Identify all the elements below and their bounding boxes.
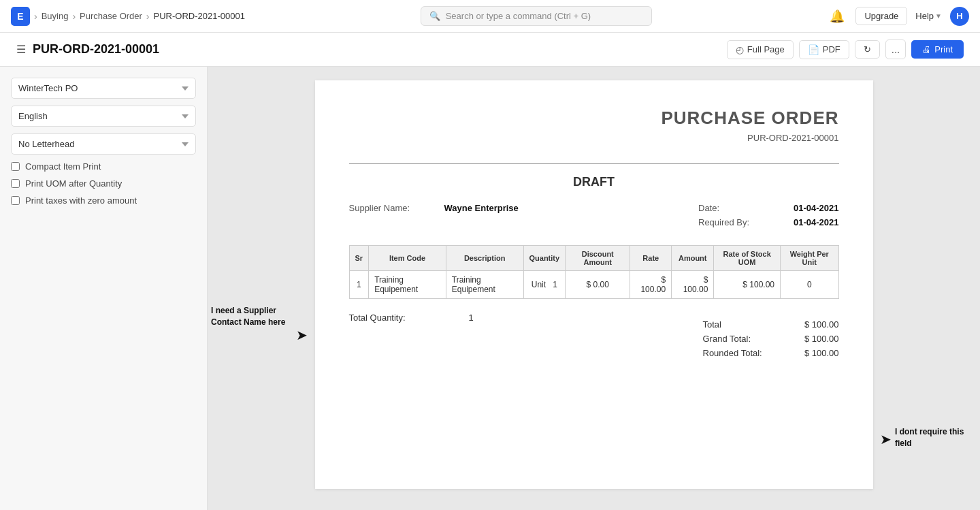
rounded-total-value: $ 100.00 [785,348,839,358]
refresh-button[interactable]: ↻ [855,40,880,59]
document-area: I need a Supplier Contact Name here ➤ I … [208,67,980,510]
full-page-label: Full Page [747,44,785,54]
sidebar: WinterTech PO Option 2 English French Ar… [0,67,208,510]
date-row: Date: 01-04-2021 [698,203,839,213]
table-row: 1 Training Equipement Training Equipemen… [349,271,838,299]
doc-meta-right: Date: 01-04-2021 Required By: 01-04-2021 [698,203,839,232]
print-button[interactable]: 🖨 Print [911,40,964,59]
language-select[interactable]: English French Arabic [11,106,196,127]
page-wrap: ☰ PUR-ORD-2021-00001 ◴ Full Page 📄 PDF ↻… [0,0,980,510]
print-uom-label: Print UOM after Quantity [25,178,122,189]
rounded-total-row: Rounded Total: $ 100.00 [703,348,839,358]
required-by-row: Required By: 01-04-2021 [698,217,839,227]
grand-total-value: $ 100.00 [785,334,839,344]
breadcrumb-sep-2: › [72,11,76,22]
print-uom-checkbox[interactable] [11,179,20,188]
cell-quantity: Unit 1 [523,271,566,299]
date-value: 01-04-2021 [794,203,839,213]
rounded-total-label: Rounded Total: [703,348,762,358]
letterhead-select-wrapper: No Letterhead Default [11,133,196,161]
col-discount-amount: Discount Amount [566,246,630,271]
pdf-button[interactable]: 📄 PDF [799,40,849,59]
col-sr: Sr [349,246,369,271]
main-content: WinterTech PO Option 2 English French Ar… [0,67,980,510]
pdf-label: PDF [823,44,840,54]
total-label: Total [703,319,721,330]
total-quantity-label: Total Quantity: [349,313,406,323]
sub-header-left: ☰ PUR-ORD-2021-00001 [16,42,159,57]
letterhead-select[interactable]: No Letterhead Default [11,133,196,155]
top-navigation: E › Buying › Purchase Order › PUR-ORD-20… [0,0,980,33]
print-taxes-label: Print taxes with zero amount [25,195,137,206]
breadcrumb-sep-3: › [146,11,150,22]
upgrade-button[interactable]: Upgrade [855,7,907,25]
required-by-value: 01-04-2021 [794,217,839,227]
print-taxes-option: Print taxes with zero amount [11,195,196,206]
full-page-button[interactable]: ◴ Full Page [727,40,794,59]
quantity-val: 1 [553,280,557,289]
search-icon: 🔍 [429,11,440,21]
refresh-icon: ↻ [864,44,871,54]
items-table: Sr Item Code Description Quantity Discou… [349,245,839,299]
totals-section: Total $ 100.00 Grand Total: $ 100.00 Rou… [703,319,839,362]
search-placeholder: Search or type a command (Ctrl + G) [446,11,591,21]
compact-item-print-checkbox[interactable] [11,162,20,171]
language-select-wrapper: English French Arabic [11,106,196,133]
more-button[interactable]: ... [885,39,906,59]
chevron-down-icon: ▼ [935,12,942,20]
doc-header: PURCHASE ORDER PUR-ORD-2021-00001 [349,108,839,143]
totals-area: Total Quantity: 1 Total $ 100.00 Grand T… [349,313,839,362]
quantity-uom: Unit [532,280,546,289]
menu-icon[interactable]: ☰ [16,43,26,56]
cell-rate: $ 100.00 [630,271,672,299]
col-weight-per-unit: Weight Per Unit [781,246,838,271]
col-item-code: Item Code [369,246,446,271]
doc-meta-left: Supplier Name: Wayne Enterprise [349,203,519,232]
total-quantity-value: 1 [419,313,474,323]
page-title: PUR-ORD-2021-00001 [33,42,159,57]
cell-sr: 1 [349,271,369,299]
doc-title: PURCHASE ORDER [349,108,839,129]
document-paper: PURCHASE ORDER PUR-ORD-2021-00001 DRAFT … [315,80,873,489]
grand-total-label: Grand Total: [703,334,751,344]
template-select-wrapper: WinterTech PO Option 2 [11,78,196,106]
template-select[interactable]: WinterTech PO Option 2 [11,78,196,99]
breadcrumb-buying[interactable]: Buying [42,11,69,21]
breadcrumb-doc-id: PUR-ORD-2021-00001 [154,11,245,21]
sub-header: ☰ PUR-ORD-2021-00001 ◴ Full Page 📄 PDF ↻… [0,33,980,67]
doc-status: DRAFT [349,175,839,189]
annotation-right: I dont require this field [895,426,977,449]
notification-button[interactable]: 🔔 [827,6,847,27]
supplier-name-row: Supplier Name: Wayne Enterprise [349,203,519,213]
app-logo[interactable]: E [11,7,30,26]
search-bar[interactable]: 🔍 Search or type a command (Ctrl + G) [421,6,652,26]
breadcrumb-sep-1: › [34,11,37,22]
col-amount: Amount [672,246,714,271]
cell-description: Training Equipement [446,271,523,299]
print-label: Print [934,44,953,54]
doc-number: PUR-ORD-2021-00001 [349,133,839,143]
print-uom-option: Print UOM after Quantity [11,178,196,189]
doc-meta: Supplier Name: Wayne Enterprise Date: 01… [349,203,839,232]
print-taxes-checkbox[interactable] [11,196,20,205]
total-row: Total $ 100.00 [703,319,839,330]
breadcrumb-purchase-order[interactable]: Purchase Order [80,11,142,21]
compact-item-print-label: Compact Item Print [25,161,101,172]
sub-header-right: ◴ Full Page 📄 PDF ↻ ... 🖨 Print [727,39,964,59]
help-menu[interactable]: Help ▼ [915,11,942,21]
user-avatar[interactable]: H [950,7,969,26]
total-quantity-row: Total Quantity: 1 [349,313,474,323]
supplier-name-value: Wayne Enterprise [444,203,519,213]
cell-item-code: Training Equipement [369,271,446,299]
compact-item-print-option: Compact Item Print [11,161,196,172]
nav-left: E › Buying › Purchase Order › PUR-ORD-20… [11,7,245,26]
col-rate-stock-uom: Rate of Stock UOM [714,246,781,271]
total-value: $ 100.00 [785,319,839,330]
nav-right: 🔔 Upgrade Help ▼ H [827,6,969,27]
pdf-icon: 📄 [808,44,819,55]
cell-discount-amount: $ 0.00 [566,271,630,299]
supplier-name-label: Supplier Name: [349,203,424,213]
cell-weight-per-unit: 0 [781,271,838,299]
col-quantity: Quantity [523,246,566,271]
doc-divider [349,163,839,164]
